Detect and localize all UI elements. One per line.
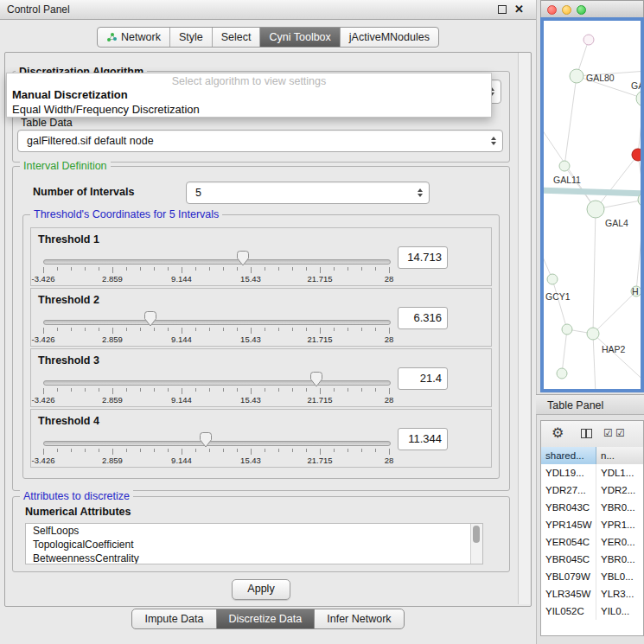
threshold-slider-thumb[interactable]	[237, 251, 249, 266]
slider-tick	[237, 328, 238, 331]
slider-tick	[126, 388, 127, 392]
slider-tick-labels: -3.4262.8599.14415.4321.71528	[43, 456, 391, 465]
slider-tick	[43, 449, 44, 455]
threshold-slider-track[interactable]	[43, 380, 391, 386]
tab-label: Cyni Toolbox	[269, 31, 330, 43]
dropdown-option-manual-discretization[interactable]: Manual Discretization	[7, 87, 491, 102]
threshold-slider-thumb[interactable]	[310, 372, 322, 387]
slider-tick	[375, 388, 376, 392]
slider-tick-label: -3.426	[22, 395, 65, 405]
gear-icon[interactable]: ⚙	[552, 424, 564, 441]
close-traffic-light[interactable]	[547, 5, 557, 15]
network-node[interactable]	[587, 328, 599, 340]
slider-tick	[389, 328, 390, 334]
bottom-tab-infer-network[interactable]: Infer Network	[314, 609, 404, 629]
network-node[interactable]	[557, 368, 567, 379]
minimize-traffic-light[interactable]	[562, 5, 571, 15]
table-row[interactable]: YLR345WYLR3...	[541, 585, 643, 603]
network-edge[interactable]	[544, 190, 641, 194]
table-row[interactable]: YBL079WYBL0...	[541, 568, 643, 585]
tab-cyni-toolbox[interactable]: Cyni Toolbox	[260, 28, 340, 47]
network-edge[interactable]	[564, 76, 577, 166]
network-edge[interactable]	[636, 200, 641, 291]
network-node[interactable]	[570, 69, 583, 83]
threshold-slider-track[interactable]	[43, 320, 391, 325]
bottom-tab-discretize-data[interactable]: Discretize Data	[216, 609, 316, 629]
network-canvas-svg[interactable]: GAL80GAGAL11GAL4GCY1HHAP2	[544, 21, 641, 389]
network-node[interactable]	[587, 201, 604, 218]
network-window-titlebar[interactable]	[540, 0, 644, 17]
threshold-slider-track[interactable]	[43, 259, 391, 265]
slider-tick	[361, 328, 362, 331]
num-intervals-combo[interactable]: 5	[186, 182, 430, 204]
slider-tick	[126, 328, 127, 331]
table-row[interactable]: YIL052CYIL0...	[541, 603, 643, 620]
slider-tick	[237, 449, 238, 452]
network-edge[interactable]	[638, 99, 641, 155]
table-row[interactable]: YBR045CYBR0...	[541, 551, 643, 568]
slider-tick	[154, 328, 155, 331]
network-edge[interactable]	[562, 329, 567, 373]
network-node[interactable]	[636, 91, 641, 106]
numerical-attributes-list[interactable]: SelfLoopsTopologicalCoefficientBetweenne…	[25, 523, 483, 564]
network-node-label: HAP2	[602, 344, 626, 354]
slider-tick	[57, 267, 58, 271]
threshold-slider-track[interactable]	[43, 441, 391, 446]
network-canvas[interactable]: GAL80GAGAL11GAL4GCY1HHAP2	[540, 17, 644, 392]
threshold-slider-thumb[interactable]	[200, 432, 212, 448]
column-header-name[interactable]: n...	[596, 447, 643, 464]
network-node[interactable]	[562, 324, 572, 335]
tab-jactivemnodules[interactable]: jActiveMNodules	[341, 28, 438, 47]
float-window-icon[interactable]	[498, 5, 507, 14]
threshold-value-input[interactable]: 21.4	[398, 367, 448, 390]
network-node[interactable]	[583, 35, 594, 45]
threshold-value-input[interactable]: 6.316	[398, 307, 448, 329]
network-edge[interactable]	[593, 209, 596, 334]
network-edge[interactable]	[552, 279, 567, 329]
attribute-list-item[interactable]: TopologicalCoefficient	[26, 538, 482, 552]
dropdown-option-equal-width[interactable]: Equal Width/Frequency Discretization	[7, 102, 491, 117]
list-scrollbar[interactable]	[470, 524, 482, 564]
tab-network[interactable]: Network	[98, 28, 170, 47]
columns-icon[interactable]	[581, 429, 592, 438]
threshold-value-input[interactable]: 14.713	[398, 246, 448, 269]
checkbox-icon[interactable]: ☑	[615, 427, 625, 439]
bottom-tab-impute-data[interactable]: Impute Data	[131, 609, 216, 629]
tab-label: Style	[179, 31, 203, 43]
apply-button[interactable]: Apply	[232, 579, 290, 600]
network-node[interactable]	[632, 149, 641, 161]
scrollbar-thumb[interactable]	[473, 526, 480, 543]
network-node[interactable]	[547, 274, 558, 284]
network-edge[interactable]	[593, 334, 641, 384]
panel-scrollbar[interactable]	[518, 53, 530, 604]
attribute-list-item[interactable]: BetweennessCentrality	[26, 552, 482, 564]
threshold-value-input[interactable]: 11.344	[398, 428, 448, 450]
network-edge[interactable]	[593, 291, 636, 334]
table-row[interactable]: YDL19...YDL1...	[541, 464, 643, 481]
column-header-shared-name[interactable]: shared...	[541, 447, 596, 464]
checkbox-icon[interactable]: ☑	[603, 427, 613, 439]
control-panel-titlebar[interactable]: Control Panel ✕	[0, 0, 536, 20]
network-node[interactable]	[559, 161, 570, 171]
tab-style[interactable]: Style	[170, 28, 213, 47]
close-icon[interactable]: ✕	[514, 0, 524, 19]
slider-tick	[306, 328, 307, 331]
slider-tick-label: 15.43	[229, 395, 272, 405]
network-view-window: GAL80GAGAL11GAL4GCY1HHAP2	[540, 0, 644, 392]
table-row[interactable]: YBR043CYBR0...	[541, 499, 643, 516]
threshold-slider-thumb[interactable]	[144, 311, 156, 327]
table-panel-header[interactable]: Table Panel	[536, 394, 644, 415]
table-row[interactable]: YPR145WYPR1...	[541, 516, 643, 533]
attribute-list-item[interactable]: SelfLoops	[26, 524, 482, 538]
slider-tick	[182, 449, 182, 455]
zoom-traffic-light[interactable]	[577, 5, 586, 15]
network-edge[interactable]	[596, 155, 638, 209]
threshold-box-4: Threshold 4 -3.4262.8599.14415.4321.7152…	[30, 409, 492, 468]
table-row[interactable]: YER054CYER0...	[541, 533, 643, 551]
slider-tick-label: 28	[367, 395, 411, 405]
slider-tick	[265, 328, 265, 331]
table-row[interactable]: YDR27...YDR2...	[541, 481, 643, 499]
table-data-combo[interactable]: galFiltered.sif default node	[17, 130, 503, 152]
tab-select[interactable]: Select	[213, 28, 261, 47]
network-edge[interactable]	[593, 334, 596, 389]
